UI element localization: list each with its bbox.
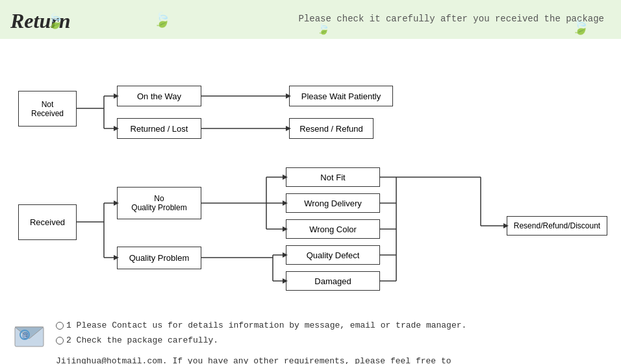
- svg-marker-23: [283, 226, 288, 232]
- bullet-2: [56, 337, 64, 345]
- svg-marker-15: [114, 255, 119, 260]
- email-icon: @: [13, 319, 45, 352]
- info-area: @ 1 Please Contact us for details inform…: [0, 311, 621, 364]
- svg-marker-4: [114, 126, 119, 131]
- svg-marker-2: [114, 93, 119, 99]
- svg-text:@: @: [22, 332, 29, 339]
- svg-marker-27: [283, 252, 288, 258]
- svg-marker-9: [286, 126, 291, 131]
- svg-marker-7: [286, 93, 291, 99]
- info-email-line: Jijinghua@hotmail.com. If you have any o…: [56, 354, 466, 364]
- info-line-2: 2 Check the package carefully.: [56, 333, 466, 348]
- svg-marker-29: [283, 278, 288, 284]
- header: 🍃 🍃 Return 🍃 🍃 Please check it carefully…: [0, 0, 621, 39]
- diagram-area: Not Received On the Way Returned / Lost …: [0, 39, 621, 311]
- leaf-icon-1: 🍃: [46, 13, 64, 30]
- svg-marker-21: [283, 200, 288, 206]
- flowchart-arrows: [13, 52, 611, 305]
- header-subtitle: Please check it carefully after you rece…: [299, 14, 604, 28]
- leaf-icon-3: 🍃: [572, 19, 589, 36]
- info-text-block: 1 Please Contact us for details informat…: [56, 318, 466, 364]
- svg-marker-38: [503, 223, 509, 228]
- flowchart: Not Received On the Way Returned / Lost …: [13, 52, 611, 305]
- svg-marker-13: [114, 200, 119, 206]
- info-line-1: 1 Please Contact us for details informat…: [56, 318, 466, 333]
- svg-marker-19: [283, 175, 288, 180]
- leaf-icon-2: 🍃: [153, 12, 171, 29]
- bullet-1: [56, 322, 64, 330]
- leaf-icon-4: 🍃: [317, 23, 330, 35]
